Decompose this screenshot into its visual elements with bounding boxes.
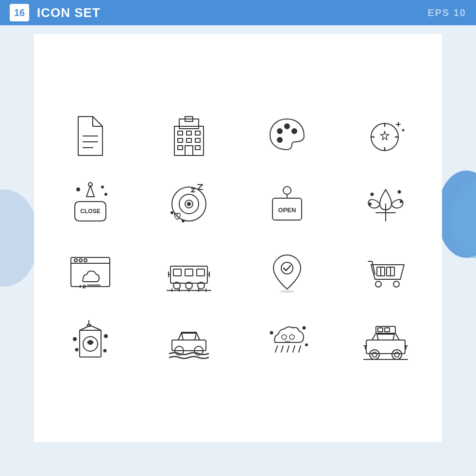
svg-rect-9 <box>178 138 183 142</box>
close-sign-icon: CLOSE <box>53 180 128 228</box>
svg-rect-105 <box>366 340 405 354</box>
svg-point-49 <box>84 259 87 262</box>
svg-rect-11 <box>195 138 200 142</box>
svg-line-98 <box>299 346 301 352</box>
sparkle-coin-icon <box>349 112 423 160</box>
svg-rect-58 <box>197 269 204 276</box>
svg-rect-7 <box>187 131 191 135</box>
svg-point-27 <box>102 186 103 188</box>
svg-rect-103 <box>378 328 383 332</box>
svg-point-101 <box>306 344 307 346</box>
svg-point-108 <box>372 352 377 357</box>
icon-grid: CLOSE <box>53 112 423 364</box>
svg-point-18 <box>277 137 282 142</box>
location-check-icon <box>250 248 324 296</box>
train-icon <box>152 248 226 296</box>
svg-rect-56 <box>173 269 181 276</box>
svg-point-33 <box>171 212 173 214</box>
header-badge: 16 <box>10 4 29 21</box>
header-eps: EPS 10 <box>427 7 466 18</box>
bg-decoration-left <box>0 189 39 287</box>
svg-point-84 <box>73 338 76 340</box>
svg-point-41 <box>371 193 373 196</box>
svg-rect-10 <box>187 138 191 142</box>
svg-point-107 <box>392 350 402 359</box>
svg-text:CLOSE: CLOSE <box>81 208 101 215</box>
icon-card: CLOSE <box>34 34 442 442</box>
svg-point-16 <box>285 124 289 129</box>
svg-point-42 <box>398 191 400 193</box>
svg-point-92 <box>289 335 294 340</box>
fleur-icon <box>349 180 423 228</box>
svg-line-96 <box>287 346 289 352</box>
svg-line-97 <box>293 346 295 352</box>
svg-point-91 <box>282 335 287 340</box>
building-icon <box>152 112 226 160</box>
svg-point-109 <box>394 352 399 357</box>
svg-text:OPEN: OPEN <box>278 206 296 214</box>
svg-point-73 <box>280 290 294 293</box>
svg-point-85 <box>104 335 107 338</box>
header: 16 ICON SET EPS 10 <box>0 0 476 25</box>
svg-point-72 <box>281 262 293 274</box>
svg-point-47 <box>74 259 77 262</box>
svg-rect-14 <box>185 146 193 155</box>
svg-point-43 <box>400 201 402 203</box>
shopping-cart-icon <box>349 248 423 296</box>
header-title: ICON SET <box>37 5 101 20</box>
svg-point-19 <box>371 123 398 151</box>
svg-point-17 <box>292 129 297 134</box>
svg-rect-88 <box>172 340 206 351</box>
svg-point-28 <box>105 193 107 195</box>
svg-point-48 <box>79 259 82 262</box>
palette-icon <box>250 112 324 160</box>
svg-rect-12 <box>178 146 183 150</box>
svg-rect-104 <box>385 328 390 332</box>
svg-point-26 <box>77 188 80 191</box>
svg-rect-57 <box>185 269 193 276</box>
car-water-icon <box>152 316 226 364</box>
svg-point-87 <box>104 350 106 352</box>
svg-rect-6 <box>178 131 183 135</box>
svg-rect-13 <box>195 146 200 150</box>
open-sign-icon: OPEN <box>250 180 324 228</box>
document-icon <box>53 112 128 160</box>
svg-point-79 <box>393 281 399 287</box>
taxi-icon <box>349 316 423 364</box>
svg-rect-8 <box>195 131 200 135</box>
svg-point-35 <box>283 187 291 194</box>
svg-point-106 <box>370 350 379 359</box>
svg-point-99 <box>271 332 273 334</box>
juice-box-icon <box>53 316 128 364</box>
storm-skull-icon <box>250 316 324 364</box>
svg-point-44 <box>369 203 371 205</box>
svg-rect-4 <box>179 119 199 129</box>
svg-point-100 <box>303 327 306 329</box>
browser-cloud-icon <box>53 248 128 296</box>
svg-point-34 <box>182 220 184 222</box>
svg-line-94 <box>275 346 277 352</box>
svg-line-95 <box>281 346 283 352</box>
svg-point-86 <box>76 349 78 351</box>
svg-point-32 <box>187 203 190 205</box>
svg-point-15 <box>277 129 282 134</box>
svg-point-78 <box>375 281 381 287</box>
vinyl-record-icon <box>152 180 226 228</box>
